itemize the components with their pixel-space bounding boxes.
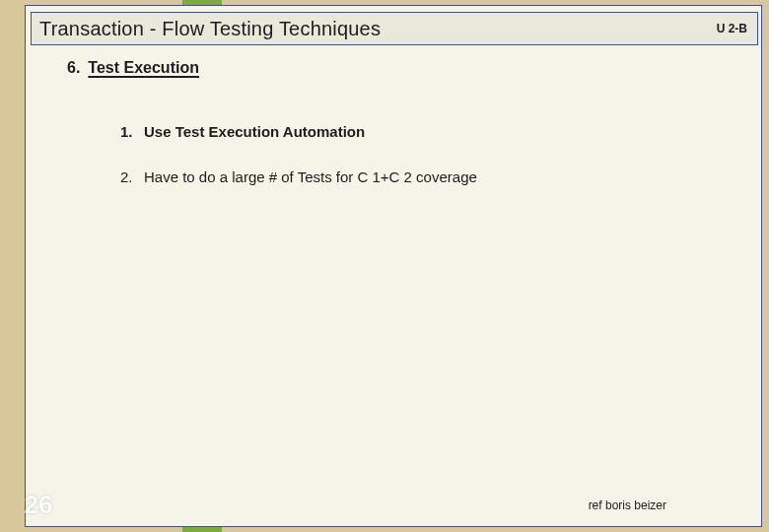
list-item-number: 2. (120, 168, 134, 185)
list-item-text: Use Test Execution Automation (144, 123, 365, 140)
list-item-number: 1. (120, 123, 134, 140)
canvas: Transaction - Flow Testing Techniques U … (0, 0, 769, 532)
section-heading: Test Execution (88, 59, 199, 77)
section-heading-row: 6. Test Execution (67, 59, 199, 77)
title-bar: Transaction - Flow Testing Techniques U … (31, 12, 758, 45)
list-item-text: Have to do a large # of Tests for C 1+C … (144, 168, 477, 185)
unit-label: U 2-B (717, 22, 747, 35)
slide-frame: Transaction - Flow Testing Techniques U … (25, 5, 762, 527)
list-item: 1. Use Test Execution Automation (120, 123, 365, 140)
slide-title: Transaction - Flow Testing Techniques (39, 18, 381, 40)
reference-citation: ref boris beizer (589, 499, 666, 512)
list-item: 2. Have to do a large # of Tests for C 1… (120, 168, 477, 185)
page-number: 26 (16, 490, 61, 520)
section-number: 6. (67, 59, 80, 77)
